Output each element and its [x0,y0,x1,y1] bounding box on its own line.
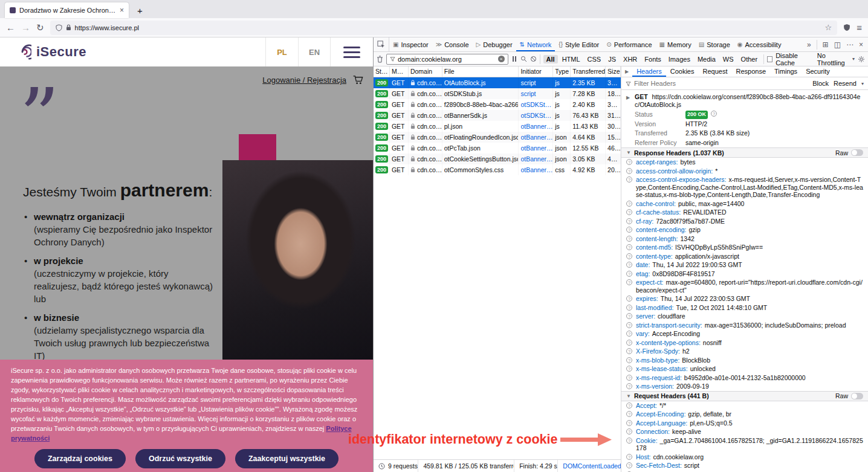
type-filter-css[interactable]: CSS [585,55,604,63]
block-url-button[interactable]: Block [812,80,829,87]
devtools-tab-memory[interactable]: ▦Memory [656,37,695,51]
column-header[interactable]: Size [606,66,621,77]
site-logo[interactable]: iSecure [13,44,86,60]
help-icon[interactable] [626,253,632,259]
request-row[interactable]: 200GETcdn.co…f2890bc8-88eb-4bac-a266-df9… [374,99,621,110]
expand-caret-icon[interactable]: ▶ [626,94,630,102]
help-icon[interactable] [626,236,632,242]
lang-pl-button[interactable]: PL [265,37,298,66]
detail-panel-icon[interactable]: ▶ [621,69,632,74]
devtools-tab-style-editor[interactable]: {}Style Editor [555,37,603,51]
help-icon[interactable] [626,176,632,183]
request-row[interactable]: 200GETcdn.co…otPcTab.jsonotBanner…json12… [374,143,621,154]
column-header[interactable]: M… [390,66,409,77]
help-icon[interactable] [626,366,632,372]
reload-button[interactable]: ↻ [36,23,44,32]
detail-tab-headers[interactable]: Headers [632,66,666,77]
resend-button[interactable]: Resend [834,80,857,87]
help-icon[interactable] [626,428,632,435]
cart-icon[interactable] [352,75,364,85]
type-filter-js[interactable]: JS [605,55,619,63]
type-filter-ws[interactable]: WS [720,55,737,63]
lock-icon[interactable] [66,24,71,31]
login-register-link[interactable]: Logowanie / Rejestracja [262,76,346,85]
block-icon[interactable] [530,56,537,62]
request-row[interactable]: 200GETcdn.co…otSDKStub.jsscriptjs7.28 KB… [374,88,621,99]
help-icon[interactable] [626,271,632,277]
type-filter-xhr[interactable]: XHR [620,55,640,63]
detail-tab-timings[interactable]: Timings [770,66,802,77]
column-header[interactable]: Transferred [571,66,606,77]
extensions-shield-icon[interactable] [843,24,850,31]
tab-close-icon[interactable]: × [120,6,124,15]
responsive-design-icon[interactable]: ⊞ [823,40,829,49]
split-console-icon[interactable]: ◫ [834,40,841,49]
cookie-button[interactable]: Odrzuć wszystkie [135,449,225,468]
help-icon[interactable] [626,375,632,381]
filter-urls-input[interactable]: domain:cookielaw.org [386,54,508,65]
column-header[interactable]: Domain [409,66,442,77]
column-header[interactable]: Initiator [519,66,553,77]
devtools-tab-console[interactable]: ≫Console [432,37,473,51]
help-icon[interactable] [626,218,632,224]
help-icon[interactable] [626,348,632,354]
help-icon[interactable] [626,322,632,328]
devtools-tab-performance[interactable]: ⊙Performance [603,37,655,51]
clear-filter-icon[interactable] [498,56,505,62]
request-row[interactable]: 200GETcdn.co…otCommonStyles.cssotBanner…… [374,164,621,175]
request-row[interactable]: 200GETcdn.co…otFloatingRoundedIcon.jsono… [374,132,621,143]
help-icon[interactable] [626,383,632,389]
app-menu-button[interactable]: ≡ [857,23,862,32]
devtools-tab-debugger[interactable]: ▷Debugger [473,37,516,51]
type-filter-all[interactable]: All [543,55,558,63]
type-filter-other[interactable]: Other [738,55,761,63]
devtools-tab-inspector[interactable]: ▣Inspector [389,37,432,51]
cookie-button[interactable]: Zaakceptuj wszystkie [235,449,338,468]
tracking-shield-icon[interactable] [56,24,62,31]
headers-content[interactable]: ▶ GET https://cdn.cookielaw.org/consent/… [621,90,868,472]
help-icon[interactable] [626,438,632,444]
detail-tab-cookies[interactable]: Cookies [666,66,699,77]
filter-headers-input[interactable]: Filter Headers [634,80,809,87]
help-icon[interactable] [626,227,632,233]
forward-button[interactable]: → [21,23,30,32]
network-settings-gear-icon[interactable] [858,56,865,63]
site-menu-toggle[interactable] [331,37,373,66]
help-icon[interactable] [626,420,632,426]
pause-icon[interactable] [511,56,517,62]
detail-tab-response[interactable]: Response [731,66,770,77]
pick-element-button[interactable] [374,37,389,51]
help-icon[interactable] [626,357,632,363]
help-icon[interactable] [626,454,632,460]
help-icon[interactable] [626,244,632,250]
devtools-tab-accessibility[interactable]: ◉Accessibility [734,37,785,51]
help-icon[interactable] [626,313,632,319]
help-icon[interactable] [626,411,632,417]
url-bar[interactable]: https://www.isecure.pl ☆ [50,21,838,35]
help-icon[interactable] [626,296,632,302]
raw-toggle[interactable] [851,393,863,399]
help-icon[interactable] [626,279,632,285]
back-button[interactable]: ← [6,23,15,32]
lang-en-button[interactable]: EN [298,37,331,66]
help-icon[interactable] [626,159,632,165]
more-tabs-icon[interactable]: » [807,40,811,49]
request-row[interactable]: 200GETcdn.co…OtAutoBlock.jsscriptjs2.35 … [374,77,621,88]
devtools-tab-storage[interactable]: ▤Storage [695,37,734,51]
request-row[interactable]: 200GETcdn.co…otCookieSettingsButton.json… [374,154,621,164]
request-headers-section[interactable]: ▼ Request Headers (441 B) Raw [621,391,868,401]
help-icon[interactable] [711,111,717,117]
devtools-tab-network[interactable]: ⇅Network [516,37,555,51]
clear-requests-icon[interactable] [377,56,383,63]
bookmark-star-icon[interactable]: ☆ [825,23,832,32]
request-row[interactable]: 200GETcdn.co…otBannerSdk.jsotSDKSt…js76.… [374,110,621,121]
column-header[interactable]: File [442,66,519,77]
request-row[interactable]: 200GETcdn.co…pl.jsonotBanner…js11.43 KB3… [374,121,621,132]
devtools-menu-icon[interactable]: ⋯ [846,40,853,49]
close-devtools-icon[interactable]: × [859,40,863,49]
new-tab-button[interactable]: + [134,5,146,18]
help-icon[interactable] [626,331,632,337]
column-header[interactable]: Type [553,66,571,77]
throttling-dropdown[interactable]: No Throttling ▾ [817,52,855,66]
type-filter-media[interactable]: Media [695,55,719,63]
